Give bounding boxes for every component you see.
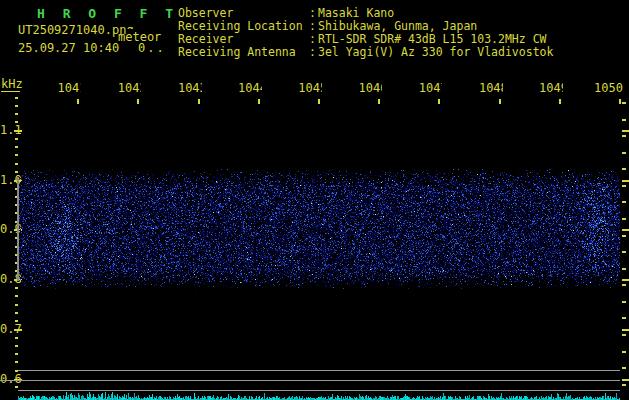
metadata-value: RTL-SDR SDR# 43dB L15 103.2MHz CW <box>318 32 546 46</box>
x-axis-label-clipped-digit: 6 <box>380 82 382 95</box>
y-axis-unit: kHz <box>1 78 23 91</box>
y-minor-tick-right <box>622 168 626 170</box>
x-axis-label-clipped-digit: 4 <box>260 82 262 95</box>
metadata-colon: : <box>309 20 318 32</box>
metadata-value: 3el Yagi(V) Az 330 for Vladivostok <box>318 45 553 59</box>
x-minute-tick <box>318 99 320 104</box>
y-minor-tick-right <box>622 367 626 369</box>
metadata-colon: : <box>309 33 318 45</box>
x-axis-label-text: 104 <box>419 81 441 95</box>
y-minor-tick-left <box>15 97 18 99</box>
y-minor-tick-left <box>15 121 18 123</box>
x-minute-tick <box>258 99 260 104</box>
y-minor-tick-right <box>622 185 626 187</box>
y-minor-tick-left <box>15 113 18 115</box>
y-minor-tick-left <box>15 105 18 107</box>
x-axis-label: 1042 <box>111 82 141 95</box>
echo-counter: 0.. <box>138 42 166 55</box>
metadata-row: Receiving Location:Shibukawa, Gunma, Jap… <box>178 20 477 32</box>
x-axis-label-text: 104 <box>58 81 80 95</box>
y-minor-tick-right <box>622 218 626 220</box>
x-axis-label: 1048 <box>473 82 503 95</box>
metadata-key: Observer <box>178 7 309 19</box>
filename-label: UT2509271040.png <box>18 24 134 37</box>
y-major-tick-right <box>622 279 629 281</box>
x-minute-tick <box>378 99 380 104</box>
x-axis-label: 1049 <box>533 82 563 95</box>
x-axis-label-clipped-digit: 1 <box>79 82 81 95</box>
y-major-tick-left <box>14 329 22 331</box>
y-major-tick-right <box>622 229 629 231</box>
x-minute-tick <box>499 99 501 104</box>
y-minor-tick-right <box>622 251 626 253</box>
x-axis-label: 1043 <box>172 82 202 95</box>
y-major-tick-right <box>622 130 629 132</box>
separator-line-2 <box>0 380 620 381</box>
separator-line-1 <box>18 370 620 371</box>
y-major-tick-right <box>622 180 629 182</box>
x-axis-label-text: 104 <box>479 81 501 95</box>
x-axis-label-text: 104 <box>238 81 260 95</box>
x-axis-label: 1046 <box>352 82 382 95</box>
y-minor-tick-right <box>622 301 626 303</box>
x-axis-label-clipped-digit: 7 <box>440 82 442 95</box>
y-minor-tick-left <box>15 304 18 306</box>
x-axis-label-clipped-digit: 8 <box>501 82 503 95</box>
filename-text: UT2509271040.pn <box>18 23 126 37</box>
x-axis-label-clipped-digit: 2 <box>139 82 141 95</box>
metadata-row: Receiving Antenna:3el Yagi(V) Az 330 for… <box>178 46 553 58</box>
y-minor-tick-right <box>622 201 626 203</box>
band-left-border <box>17 177 19 281</box>
x-minute-tick <box>438 99 440 104</box>
y-minor-tick-right <box>622 119 626 121</box>
filename-clipped-char: g <box>126 24 133 29</box>
y-minor-tick-right <box>622 135 626 137</box>
metadata-value: Masaki Kano <box>318 6 394 20</box>
y-minor-tick-right <box>622 235 626 237</box>
y-minor-tick-left <box>15 337 18 339</box>
y-minor-tick-right <box>622 152 626 154</box>
x-minute-tick <box>619 99 621 104</box>
app-title: H R O F F T <box>37 6 178 21</box>
x-axis-label-text: 104 <box>118 81 140 95</box>
hrofft-window: H R O F F T UT2509271040.png meteor 25.0… <box>0 0 629 400</box>
y-major-tick-left <box>14 130 22 132</box>
x-minute-tick <box>198 99 200 104</box>
metadata-row: Receiver:RTL-SDR SDR# 43dB L15 103.2MHz … <box>178 33 546 45</box>
x-axis-label-text: 104 <box>178 81 200 95</box>
x-axis-label-clipped-digit: 9 <box>561 82 563 95</box>
x-axis-label-clipped-digit: 3 <box>200 82 202 95</box>
x-axis-label-clipped-digit: 5 <box>320 82 322 95</box>
metadata-key: Receiving Location <box>178 20 309 32</box>
x-minute-tick <box>77 99 79 104</box>
y-minor-tick-right <box>622 102 626 104</box>
y-minor-tick-left <box>15 386 18 388</box>
y-minor-tick-right <box>622 384 626 386</box>
x-axis-label-text: 104 <box>359 81 381 95</box>
metadata-colon: : <box>309 7 318 19</box>
x-axis-label: 1047 <box>412 82 442 95</box>
metadata-key: Receiver <box>178 33 309 45</box>
x-axis-label: 1041 <box>51 82 81 95</box>
y-minor-tick-left <box>15 345 18 347</box>
y-minor-tick-left <box>15 353 18 355</box>
y-minor-tick-right <box>622 351 626 353</box>
metadata-colon: : <box>309 46 318 58</box>
y-major-tick-right <box>622 379 629 381</box>
x-axis-label: 1045 <box>292 82 322 95</box>
x-axis-label: 1050 <box>593 82 623 95</box>
y-minor-tick-left <box>15 146 18 148</box>
y-minor-tick-right <box>622 317 626 319</box>
y-major-tick-right <box>622 329 629 331</box>
y-minor-tick-left <box>15 320 18 322</box>
y-axis-unit-underline <box>1 91 20 92</box>
y-minor-tick-left <box>15 295 18 297</box>
y-minor-tick-right <box>622 268 626 270</box>
x-axis-label: 1044 <box>232 82 262 95</box>
datetime-label: 25.09.27 10:40 <box>18 42 119 55</box>
y-minor-tick-right <box>622 334 626 336</box>
y-minor-tick-left <box>15 361 18 363</box>
y-minor-tick-left <box>15 138 18 140</box>
signal-level-strip <box>18 391 620 400</box>
x-minute-tick <box>559 99 561 104</box>
